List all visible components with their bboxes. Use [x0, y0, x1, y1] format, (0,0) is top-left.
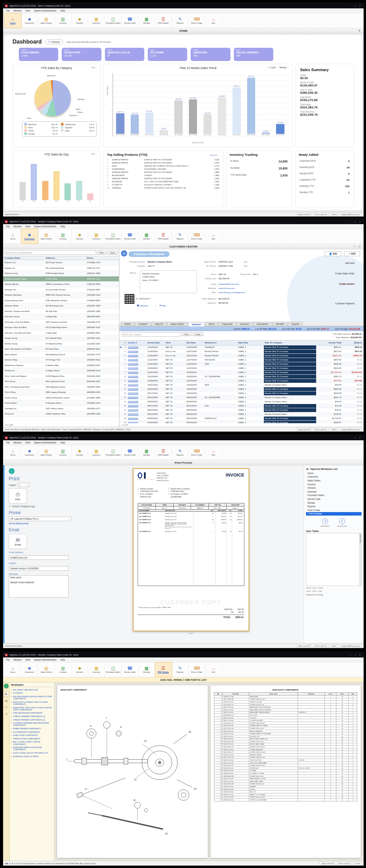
- invoice-number-link[interactable]: 201000059: [128, 346, 147, 348]
- invoice-number-link[interactable]: 201000044: [128, 409, 147, 411]
- customer-row[interactable]: Schaefer-Bartoletti 9888 Shel terkamp Av…: [3, 292, 119, 298]
- customer-search-input[interactable]: Enter text for manual search...: [4, 250, 96, 255]
- invoice-number-link[interactable]: 201000058: [128, 350, 147, 352]
- parts-row[interactable]: 1 B1808-555-0A0 MAIN SHAFT 1 A 1: [214, 695, 357, 698]
- toolbar-item[interactable]: Exit: [205, 229, 222, 244]
- invoice-number-link[interactable]: 201000055: [128, 363, 147, 365]
- menu-item[interactable]: Window: [13, 225, 21, 228]
- bookmark-item[interactable]: ▸ KNEE LIFTER COMPONENTS: [11, 733, 53, 737]
- customer-tab[interactable]: Sales Orders*: [167, 322, 188, 326]
- parts-row[interactable]: 9 B1816-555-000 OIL WICK 3 B 1: [214, 716, 357, 719]
- collapse-icon[interactable]: « ⬚: [354, 245, 361, 248]
- toolbar-item[interactable]: Customers: [21, 445, 38, 460]
- website-link[interactable]: www.01corp.com: [219, 287, 235, 289]
- kpi-card[interactable]: Active VENDORS 349: [191, 48, 230, 61]
- toolbar-item[interactable]: Reports: [172, 445, 189, 460]
- opened-window-item[interactable]: Customers: [306, 475, 361, 479]
- edit-button[interactable]: ✎ Edit: [344, 251, 360, 256]
- toolbar-item[interactable]: Inventory: [88, 13, 105, 28]
- grid-find-button[interactable]: Find: [182, 332, 191, 336]
- menu-item[interactable]: File: [6, 9, 9, 12]
- customer-tab[interactable]: Payments*: [219, 322, 236, 326]
- window-controls[interactable]: ─ ▢ ✕: [350, 436, 362, 439]
- parts-row[interactable]: 4 SS-8110510-TP SCREW 11/64-40 L=5 3 A 2: [214, 703, 357, 706]
- toolbar-item[interactable]: PDF Reader: [155, 229, 172, 244]
- toolbar-item[interactable]: Customers: [21, 662, 38, 677]
- toolbar-item[interactable]: Invoices: [55, 445, 71, 460]
- map-link[interactable]: ⚑ Map: [159, 304, 166, 307]
- customer-tab[interactable]: Services*: [237, 322, 253, 326]
- customer-row[interactable]: Tromp Inc 51862 Arapahoe Way (204)555-01…: [3, 411, 119, 417]
- bookmark-item[interactable]: ▸ BOBBIN WINDER COMPONENTS: [11, 727, 53, 730]
- menu-item[interactable]: Window: [13, 9, 21, 12]
- copies-stepper[interactable]: 1⌄: [18, 483, 30, 487]
- product-row[interactable]: 3 S202 NEEDLE SET SCREW ORIGINAL F/PEGAS…: [104, 164, 223, 167]
- product-row[interactable]: 5 SAMPLE-PART03 SAMPLE PART #3 FOR DEMO …: [104, 170, 223, 174]
- parts-row[interactable]: 21 B1824-555-000 CRANK BALANCER 2 A 1: [214, 748, 357, 751]
- toolbar-item[interactable]: Rentals: [138, 229, 155, 244]
- bookmark-item[interactable]: ▸ THREAD STAND COMPONENTS: [11, 737, 53, 740]
- parts-row[interactable]: 18 SS-8110710-SP SCREW 11/64-40 L=7 3 A …: [214, 740, 357, 743]
- customer-row[interactable]: Schmidt, Torcaso and Wolff 48 Oak Park (…: [3, 309, 119, 314]
- window-controls[interactable]: ─ ▢ ✕: [350, 654, 362, 656]
- subject-field[interactable]: [9, 566, 69, 571]
- attachment-icon[interactable]: ✎: [4, 705, 9, 710]
- customer-row[interactable]: Schuppe, Rice and Bins 61132 Westridge S…: [3, 325, 119, 330]
- toolbar-item[interactable]: Service Calls: [122, 13, 138, 28]
- invoice-number-link[interactable]: 201000048: [128, 392, 147, 394]
- customer-row[interactable]: Tremblay Inc 2337 Nelson Street (303)555…: [3, 406, 119, 412]
- invoice-number-link[interactable]: 201000057: [128, 355, 147, 357]
- customer-row[interactable]: Stracke Inc 9 Hagan Street (845)480-6178: [3, 368, 119, 374]
- chevron-left-icon[interactable]: ‹: [105, 102, 106, 107]
- kpi-card[interactable]: Active CUSTOMERS 1,984: [19, 48, 58, 61]
- invoice-number-link[interactable]: 201000045: [128, 405, 147, 407]
- customer-row[interactable]: Schinner-White 661 Browning Lane (415)69…: [3, 303, 119, 309]
- bookmarks-icon[interactable]: ◧: [4, 691, 9, 696]
- invoice-number-link[interactable]: 201000049: [128, 388, 147, 390]
- parts-row[interactable]: 13 SS-2101210-SP SCREW 5/32-28 L=12 3 A …: [214, 727, 357, 730]
- customer-row[interactable]: Towne-Mayer 9 Hoepker Street (415)555-01…: [3, 401, 119, 406]
- toolbar-item[interactable]: Sales Orders: [38, 662, 55, 677]
- invoice-row[interactable]: 9 201000051 10/08/2024 NET 15 10/23/2024…: [120, 379, 364, 383]
- parts-row[interactable]: 19 B1823-555-000 NEEDLE BAR CRANK 2 A 1: [214, 743, 357, 746]
- customer-row[interactable]: Schmeler Group 8 Dada Way (805)349-5934: [3, 314, 119, 320]
- menu-item[interactable]: System Administration: [34, 225, 56, 228]
- invoice-row[interactable]: 19 201000041 07/30/2024 NET 15 08/14/202…: [120, 421, 364, 423]
- kpi-card[interactable]: Open SERVICE CALLS 37: [105, 48, 144, 61]
- toolbar-item[interactable]: Purchase Orders: [105, 662, 122, 677]
- toolbar-item[interactable]: PDF Reader: [155, 13, 172, 28]
- menu-item[interactable]: System Administration: [34, 441, 56, 444]
- product-row[interactable]: 10 70000229 UPPER KNIFE (KR23) FOR JUKI …: [104, 186, 223, 189]
- toolbar-item[interactable]: Purchase Orders: [105, 229, 122, 244]
- parts-row[interactable]: 28 B1828-555-000 TIMING BELT FOR DDL-555…: [214, 767, 357, 770]
- menu-item[interactable]: System Administration: [34, 9, 56, 12]
- bookmark-item[interactable]: ▸ THREAD TRIMMER COMPONENTS (2): [11, 718, 53, 722]
- message-field[interactable]: Hello world. Sample invoice attached.: [9, 575, 69, 597]
- parts-row[interactable]: 35 B1833-555-000 WASHER 3 A 1: [214, 785, 357, 788]
- opened-window-item[interactable]: Invoices: [306, 482, 361, 486]
- opened-window-item[interactable]: Inventory: [306, 490, 361, 494]
- parts-row[interactable]: 22 SS-6151015-TP SCREW 15/64-28 L=10.5 3…: [214, 751, 357, 754]
- invoice-row[interactable]: 11 201000049 09/24/2024 NET 15 10/09/202…: [120, 387, 364, 391]
- invoice-row[interactable]: ▶ 1 201000059 12/10/2024 NET 15 12/25/20…: [120, 345, 364, 350]
- toolbar-item[interactable]: Home: [5, 662, 21, 677]
- menu-item[interactable]: View: [25, 9, 30, 12]
- customer-tab[interactable]: Rentals*: [273, 322, 288, 326]
- toolbar-item[interactable]: Rentals: [138, 662, 155, 677]
- menu-item[interactable]: File: [6, 225, 9, 228]
- parts-row[interactable]: 12 B1818-555-000 THREAD TAKE-UP CRANK 2 …: [214, 724, 357, 727]
- printer-select[interactable]: HP LaserJet P2055dn PCL 6⌄: [9, 517, 71, 521]
- toolbar-item[interactable]: Exit: [205, 13, 222, 28]
- cycle-checkbox[interactable]: ☐ Cycle: [268, 66, 276, 69]
- customer-row[interactable]: Sawayn-Blocks 08600 Londonderry Circle (…: [3, 282, 119, 287]
- toolbar-item[interactable]: Invoices: [55, 229, 71, 244]
- parts-row[interactable]: 8 NM-6060001-SC NUT 3/8-28 3 A 1: [214, 714, 357, 717]
- invoice-row[interactable]: 6 201000054 10/29/2024 NET 15 11/13/2024…: [120, 366, 364, 371]
- refresh-button[interactable]: ↻Refresh: [45, 39, 63, 44]
- customer-tab[interactable]: Documents*: [253, 322, 272, 326]
- kpi-card[interactable]: Active INVENTORY 30,350: [62, 48, 101, 61]
- menu-item[interactable]: Help: [60, 225, 65, 228]
- invoice-row[interactable]: 10 201000050 10/01/2024 NET 15 10/16/202…: [120, 383, 364, 387]
- invoice-row[interactable]: 18 201000042 08/06/2024 NET 15 08/21/202…: [120, 417, 364, 421]
- scrollbar[interactable]: [359, 533, 361, 586]
